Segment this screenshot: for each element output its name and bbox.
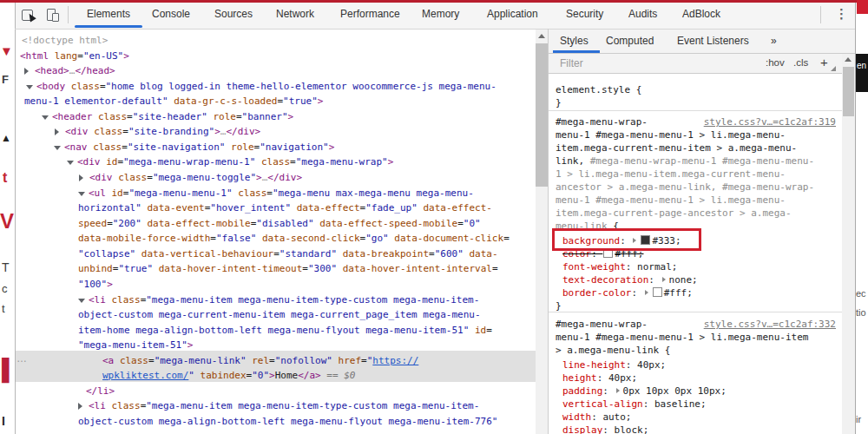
devtools-screenshot: ▼F▲tVTct▌I ElementsConsoleSourcesNetwork…	[0, 0, 868, 434]
css-property-line-height[interactable]: line-height: 40px;	[562, 358, 666, 372]
collapse-arrow-icon[interactable]	[67, 161, 74, 165]
css-property-height[interactable]: height: 40px;	[562, 372, 637, 385]
selector-line[interactable]: > a.mega-menu-link {	[556, 344, 670, 357]
dom-tree-line[interactable]: unbind="true" data-hover-intent-timeout=…	[78, 261, 498, 276]
dom-token: <header	[52, 111, 92, 122]
tab-application[interactable]: Application	[487, 8, 538, 20]
dom-tree-line[interactable]: <a class="mega-menu-link" rel="nofollow"…	[102, 353, 418, 368]
scrollbar-up-arrow-icon[interactable]	[845, 57, 852, 62]
css-property-width[interactable]: width: auto;	[562, 411, 632, 424]
css-property-text-decoration[interactable]: text-decoration: none;	[562, 273, 698, 286]
elements-scrollbar[interactable]	[536, 30, 548, 434]
dom-tree-line[interactable]: "100">	[78, 277, 113, 292]
color-swatch[interactable]	[653, 287, 662, 297]
selector-line[interactable]: menu-1 #mega-menu-menu-1 > li.mega-menu-…	[556, 331, 808, 344]
dom-token: <div	[89, 172, 113, 183]
dom-token: >	[123, 50, 129, 62]
elements-scrollbar-thumb[interactable]	[536, 43, 548, 187]
dom-token: <nav	[64, 141, 88, 153]
tab-network[interactable]: Network	[276, 8, 314, 20]
tab-adblock[interactable]: AdBlock	[682, 8, 720, 20]
dom-token: "mega-menu-link"	[155, 355, 247, 366]
dom-tree-line[interactable]: speed="200" data-effect-mobile="disabled…	[78, 216, 481, 231]
styles-scrollbar[interactable]	[842, 54, 855, 434]
collapse-arrow-icon[interactable]	[42, 115, 49, 120]
dom-tree-line[interactable]: data-mobile-force-width="false" data-sec…	[78, 231, 510, 246]
tab-performance[interactable]: Performance	[340, 8, 400, 20]
dom-tree-line[interactable]: <div id="mega-menu-wrap-menu-1" class="m…	[77, 155, 393, 169]
dom-token: "site-branding"	[128, 126, 214, 137]
element-style-open[interactable]: element.style {	[556, 83, 641, 96]
selector-line[interactable]: #mega-menu-wrap-	[556, 115, 648, 128]
inspect-element-icon[interactable]	[22, 10, 33, 21]
more-options-icon[interactable]: ⋮	[835, 6, 848, 22]
expand-arrow-icon[interactable]	[78, 403, 82, 410]
collapse-arrow-icon[interactable]	[54, 146, 61, 150]
dom-token: =	[269, 355, 275, 366]
css-property-font-weight[interactable]: font-weight: normal;	[562, 260, 677, 273]
dom-tree-line[interactable]: "collapse" data-vertical-behaviour="stan…	[78, 247, 498, 261]
selector-line[interactable]: #mega-menu-wrap-	[556, 318, 648, 331]
tab-memory[interactable]: Memory	[422, 8, 459, 20]
dom-token: =	[302, 263, 308, 274]
dom-tree-line[interactable]: <ul id="mega-menu-menu-1" class="mega-me…	[89, 186, 474, 201]
expand-arrow-icon[interactable]	[662, 277, 666, 282]
expand-arrow-icon[interactable]	[55, 128, 59, 135]
tab-audits[interactable]: Audits	[628, 8, 657, 20]
dom-tree-line[interactable]: <div class="site-branding">…</div>	[65, 124, 260, 139]
dom-tree-line[interactable]: <li class="mega-menu-item mega-menu-item…	[89, 398, 479, 413]
selector-line[interactable]: item.mega-current-page-ancestor > a.mega…	[556, 207, 792, 220]
expand-arrow-icon[interactable]	[616, 388, 620, 393]
tab-console[interactable]: Console	[152, 8, 190, 20]
selector-line[interactable]: link, #mega-menu-wrap-menu-1 #mega-menu-…	[556, 155, 814, 168]
dom-tree-line[interactable]: </li>	[86, 384, 115, 398]
dom-tree-line[interactable]: "mega-menu-item-51">	[78, 338, 193, 352]
collapse-arrow-icon[interactable]	[78, 299, 85, 303]
dom-tree-line[interactable]: <nav class="site-navigation" role="navig…	[64, 140, 334, 155]
selector-line[interactable]: ancestor > a.mega-menu-link, #mega-menu-…	[556, 181, 814, 194]
styles-scrollbar-thumb[interactable]	[843, 67, 854, 116]
selector-line[interactable]: 1 > li.mega-menu-item.mega-current-menu-	[556, 168, 786, 181]
dom-token: item-home mega-align-bottom-left mega-me…	[78, 325, 469, 336]
expand-arrow-icon[interactable]	[645, 290, 648, 295]
selector-line[interactable]: item.mega-current-menu-item > a.mega-men…	[556, 141, 797, 155]
css-property-border-color[interactable]: border-color: #fff;	[562, 286, 693, 299]
dom-tree-line[interactable]: <div class="mega-menu-toggle">…</div>	[89, 170, 302, 185]
selector-line[interactable]: menu-1 #mega-menu-menu-1 > li.mega-menu-	[556, 194, 786, 207]
devtools-right-border	[855, 0, 856, 434]
css-property-display[interactable]: display: block;	[562, 424, 648, 434]
tab-security[interactable]: Security	[566, 8, 603, 20]
dom-tree-line[interactable]: menu-1 elementor-default" data-gr-c-s-lo…	[24, 94, 323, 108]
dom-tree-line[interactable]: <head>…</head>	[35, 63, 115, 78]
dom-tree-line[interactable]: <!doctype html>	[22, 33, 108, 48]
page-text-fragment: I	[2, 414, 5, 428]
dom-tree-line[interactable]: <li class="mega-menu-item mega-menu-item…	[89, 293, 479, 307]
tab-sources[interactable]: Sources	[214, 8, 253, 20]
dom-tree-line[interactable]: item-home mega-align-bottom-left mega-me…	[78, 323, 492, 338]
dom-token: "mega-menu-wrap-menu-1"	[123, 156, 255, 168]
selector-line[interactable]: menu-1 #mega-menu-menu-1 > li.mega-menu-	[556, 128, 786, 141]
tab-elements[interactable]: Elements	[87, 8, 130, 20]
dom-tree-line[interactable]: horizontal" data-event="hover_intent" da…	[78, 201, 492, 215]
css-property-vertical-align[interactable]: vertical-align: baseline;	[562, 398, 707, 411]
dom-token: <a	[102, 355, 114, 366]
section-divider	[549, 110, 842, 111]
panel-divider[interactable]	[548, 29, 549, 434]
dom-tree-line[interactable]: wpkliktest.com/" tabindex="0">Home</a> =…	[102, 368, 355, 383]
expand-arrow-icon[interactable]	[24, 68, 29, 75]
stylesheet-source-link[interactable]: style.css?v…=c1c2af:332	[704, 318, 836, 331]
dom-tree-line[interactable]: <html lang="en-US">	[20, 49, 129, 63]
collapse-arrow-icon[interactable]	[26, 85, 33, 89]
collapse-arrow-icon[interactable]	[78, 192, 85, 196]
dom-token: "navigation"	[260, 141, 328, 153]
stylesheet-source-link[interactable]: style.css?v…=c1c2af:319	[704, 115, 836, 128]
dom-tree-line[interactable]: <body class="home blog logged-in theme-h…	[36, 79, 496, 94]
expand-arrow-icon[interactable]	[79, 174, 83, 181]
dom-tree-line[interactable]: object-custom mega-align-bottom-left meg…	[78, 414, 497, 429]
dom-tree-line[interactable]: object-custom mega-current-menu-item meg…	[78, 307, 481, 322]
scrollbar-up-arrow-icon[interactable]	[538, 34, 545, 38]
dom-tree-line[interactable]: <header class="site-header" role="banner…	[52, 109, 293, 124]
css-property-padding[interactable]: padding: 0px 10px 0px 10px;	[562, 385, 727, 398]
dom-link[interactable]: https://	[372, 355, 418, 366]
dom-link[interactable]: wpkliktest.com/	[102, 370, 188, 381]
